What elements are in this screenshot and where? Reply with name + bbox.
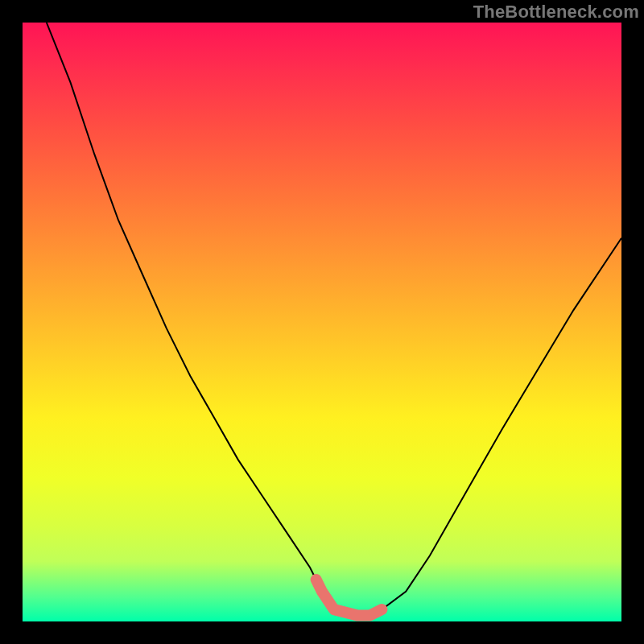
watermark-text: TheBottleneck.com bbox=[473, 2, 639, 23]
plot-area bbox=[23, 23, 621, 621]
chart-frame: TheBottleneck.com bbox=[0, 0, 644, 644]
